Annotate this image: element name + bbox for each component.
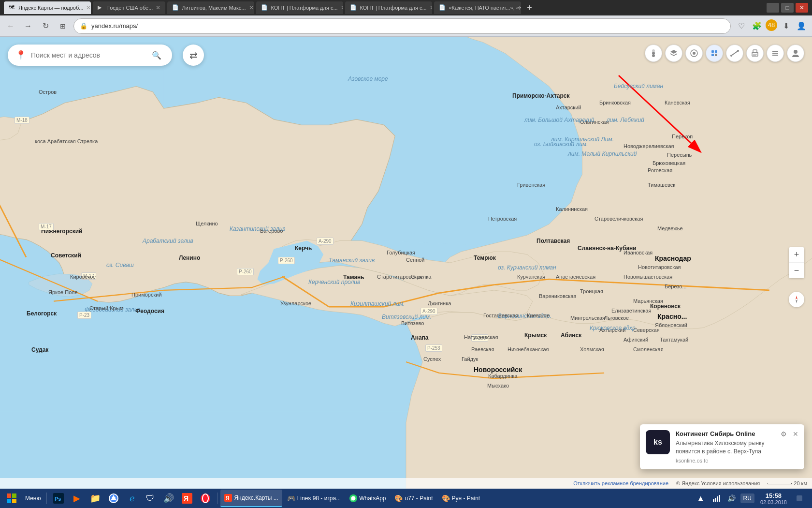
taskbar-lines98[interactable]: 🎮 Lines 98 - игра... <box>283 490 345 507</box>
svg-line-39 <box>731 51 738 56</box>
svg-marker-53 <box>796 299 798 303</box>
print-button[interactable] <box>746 45 764 62</box>
forward-button[interactable]: → <box>21 19 35 33</box>
language-indicator[interactable]: RU <box>740 493 754 503</box>
zoom-out-button[interactable]: − <box>789 263 804 278</box>
tab-close-litvinov[interactable]: ✕ <box>249 4 254 11</box>
taskbar-files[interactable]: 📁 <box>87 490 104 507</box>
tray-sound[interactable]: 🔊 <box>725 492 739 505</box>
map-toolbar <box>645 45 804 62</box>
close-button[interactable]: ✕ <box>796 3 808 13</box>
scale-text: 20 км <box>794 480 807 486</box>
svg-point-62 <box>112 497 115 500</box>
tab-title-nato: «Кажется, НАТО настиг...», «Кажется, НАТ… <box>449 5 521 11</box>
svg-text:Я: Я <box>226 495 229 501</box>
notification-close-icon[interactable]: ✕ <box>793 430 798 438</box>
ruler-button[interactable] <box>726 45 743 62</box>
svg-marker-52 <box>796 296 798 299</box>
svg-point-41 <box>737 50 739 52</box>
panorama-button[interactable] <box>685 45 703 62</box>
bookmark-button[interactable]: ♡ <box>735 19 748 33</box>
taskbar-whatsapp[interactable]: WhatsApp <box>346 490 390 507</box>
notification-icon: ks <box>646 430 670 454</box>
address-bar[interactable]: 🔒 yandex.ru/maps/ <box>73 18 731 34</box>
svg-rect-36 <box>715 50 717 53</box>
svg-point-34 <box>693 52 696 55</box>
search-input[interactable] <box>31 51 144 59</box>
notification-popup: ks Континент Сибирь Online Альтернатива … <box>640 424 804 469</box>
tab-close-kont1[interactable]: ✕ <box>341 4 344 11</box>
tab-kont1[interactable]: 📄 КОНТ | Платформа для с... ✕ <box>256 1 343 14</box>
taskbar-chrome[interactable] <box>105 490 122 507</box>
taskbar-ie[interactable]: ℯ <box>123 490 141 507</box>
search-pin-icon: 📍 <box>15 50 26 60</box>
taskbar-paint-run[interactable]: 🎨 Рун - Paint <box>438 490 484 507</box>
taskbar-opera[interactable] <box>197 490 214 507</box>
taskbar-photoshop[interactable]: Ps <box>50 490 67 507</box>
maximize-button[interactable]: □ <box>781 3 794 13</box>
route-button[interactable]: ⇄ <box>183 45 204 66</box>
tab-title-kont2: КОНТ | Платформа для с... <box>360 5 426 11</box>
taskbar-sep1 <box>46 493 47 504</box>
taskbar-menu-label[interactable]: Меню <box>22 490 44 507</box>
tab-close-kont2[interactable]: ✕ <box>430 4 433 11</box>
map-search-bar: 📍 🔍 <box>8 45 172 66</box>
minimize-button[interactable]: ─ <box>767 3 779 13</box>
tray-network[interactable] <box>710 492 723 505</box>
notification-icon-text: ks <box>653 438 662 447</box>
tray-notifications[interactable] <box>793 492 806 505</box>
map-container[interactable]: 📍 🔍 ⇄ <box>0 37 812 489</box>
download-button[interactable]: ⬇ <box>779 19 793 33</box>
notification-source: ksonline.os.tc <box>676 458 775 463</box>
taskbar-yandex-maps[interactable]: Я Яндекс.Карты ... <box>220 490 282 507</box>
title-bar: 🗺 Яндекс.Карты — подроб... ✕ ▶ Госдеп СШ… <box>0 0 812 15</box>
svg-text:Я: Я <box>184 494 188 502</box>
home-button[interactable]: ⊞ <box>56 19 70 33</box>
layers-button[interactable] <box>665 45 682 62</box>
browser-frame: 🗺 Яндекс.Карты — подроб... ✕ ▶ Госдеп СШ… <box>0 0 812 508</box>
tray-arrow[interactable]: ▲ <box>694 492 708 505</box>
tab-title-litvinov: Литвинов, Максим Макс... <box>182 5 246 11</box>
tab-litvinov[interactable]: 📄 Литвинов, Максим Макс... ✕ <box>167 1 254 14</box>
map-svg <box>0 37 812 489</box>
notification-settings-icon[interactable]: ⚙ <box>781 430 787 438</box>
tab-close-gosdet[interactable]: ✕ <box>156 4 160 11</box>
taskbar-media[interactable]: ▶ <box>68 490 86 507</box>
navigation-bar: ← → ↻ ⊞ 🔒 yandex.ru/maps/ ♡ 🧩 48 ⬇ 👤 <box>0 15 812 37</box>
user-button[interactable]: 👤 <box>795 19 808 33</box>
adblock-button[interactable]: 48 <box>766 19 777 31</box>
extension1-button[interactable]: 🧩 <box>750 19 764 33</box>
back-button[interactable]: ← <box>4 19 17 33</box>
taskbar-security[interactable]: 🛡 <box>142 490 159 507</box>
taskbar-yandex-icon[interactable]: Я <box>178 490 196 507</box>
taskbar-volume-icon[interactable]: 🔊 <box>160 490 177 507</box>
svg-rect-70 <box>713 499 714 502</box>
start-button[interactable] <box>2 490 21 507</box>
taskbar: Меню Ps ▶ 📁 ℯ 🛡 🔊 Я <box>0 489 812 508</box>
scale-line <box>768 483 792 484</box>
svg-point-32 <box>652 54 655 57</box>
tab-title-gosdet: Госдеп США обе... <box>107 5 153 11</box>
compass-button[interactable] <box>789 292 804 307</box>
svg-rect-38 <box>715 54 717 56</box>
zoom-in-button[interactable]: + <box>789 247 804 263</box>
svg-rect-37 <box>711 54 714 56</box>
tab-kont2[interactable]: 📄 КОНТ | Платформа для с... ✕ <box>345 1 432 14</box>
svg-rect-35 <box>711 50 714 53</box>
tab-favicon-gosdet: ▶ <box>98 4 104 11</box>
dismiss-branding-link[interactable]: Отключить рекламное брендирование <box>573 480 668 486</box>
taskbar-paint-u77[interactable]: 🎨 u77 - Paint <box>391 490 436 507</box>
tab-nato[interactable]: 📄 «Кажется, НАТО настиг...», «Кажется, Н… <box>434 1 521 14</box>
menu-button[interactable] <box>767 45 784 62</box>
notification-content: Континент Сибирь Online Альтернатива Хил… <box>676 430 775 463</box>
search-submit-button[interactable]: 🔍 <box>149 47 164 63</box>
traffic-button[interactable] <box>645 45 662 62</box>
refresh-button[interactable]: ↻ <box>39 19 52 33</box>
layers-active-button[interactable] <box>706 45 723 62</box>
clock-area[interactable]: 15:58 02.03.2018 <box>756 492 791 505</box>
tab-close-maps[interactable]: ✕ <box>86 4 91 11</box>
new-tab-button[interactable]: + <box>523 1 536 14</box>
user-profile-button[interactable] <box>787 45 804 62</box>
tab-yandex-maps[interactable]: 🗺 Яндекс.Карты — подроб... ✕ <box>4 1 91 14</box>
tab-gosdet[interactable]: ▶ Госдеп США обе... ✕ <box>93 1 165 14</box>
